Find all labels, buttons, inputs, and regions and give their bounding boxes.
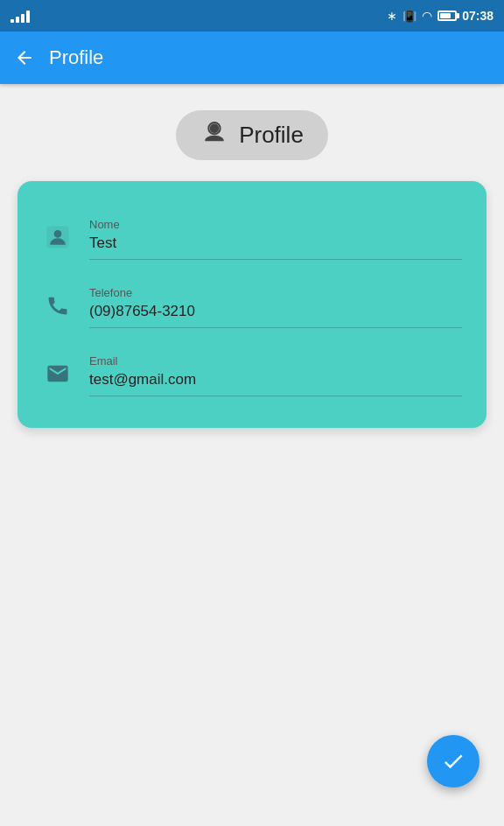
wifi-icon: ◠	[422, 9, 432, 23]
profile-badge-icon	[200, 119, 228, 151]
status-bar-left	[10, 9, 30, 23]
app-bar-title: Profile	[49, 46, 103, 69]
back-button[interactable]	[14, 47, 35, 68]
name-label: Nome	[89, 218, 462, 231]
email-field-content: Email test@gmail.com	[89, 354, 462, 396]
name-value: Test	[89, 234, 462, 252]
email-label: Email	[89, 354, 462, 368]
phone-label: Telefone	[89, 286, 462, 299]
person-icon	[42, 221, 74, 253]
profile-badge: Profile	[176, 110, 328, 160]
vibrate-icon: 📳	[402, 10, 416, 23]
email-icon	[42, 358, 74, 389]
signal-icon	[10, 9, 30, 23]
name-field-content: Nome Test	[89, 218, 462, 260]
phone-field-row: Telefone (09)87654-3210	[42, 270, 462, 339]
profile-badge-text: Profile	[239, 122, 304, 149]
svg-point-0	[210, 123, 220, 133]
email-value: test@gmail.com	[89, 371, 462, 388]
status-time: 07:38	[462, 9, 494, 23]
app-bar: Profile	[0, 32, 504, 84]
status-bar-right: ∗ 📳 ◠ 07:38	[387, 9, 494, 23]
save-fab-button[interactable]	[427, 735, 480, 788]
phone-value: (09)87654-3210	[89, 303, 462, 320]
content: Profile Nome Test	[0, 84, 504, 454]
battery-icon	[438, 10, 457, 21]
name-field-row: Nome Test	[42, 202, 462, 270]
profile-card: Nome Test Telefone (09)87654-3210	[18, 181, 486, 428]
phone-icon	[42, 290, 74, 321]
phone-field-content: Telefone (09)87654-3210	[89, 286, 462, 328]
bluetooth-icon: ∗	[387, 9, 397, 23]
svg-point-3	[54, 230, 62, 238]
status-bar: ∗ 📳 ◠ 07:38	[0, 0, 504, 32]
email-field-row: Email test@gmail.com	[42, 339, 462, 407]
